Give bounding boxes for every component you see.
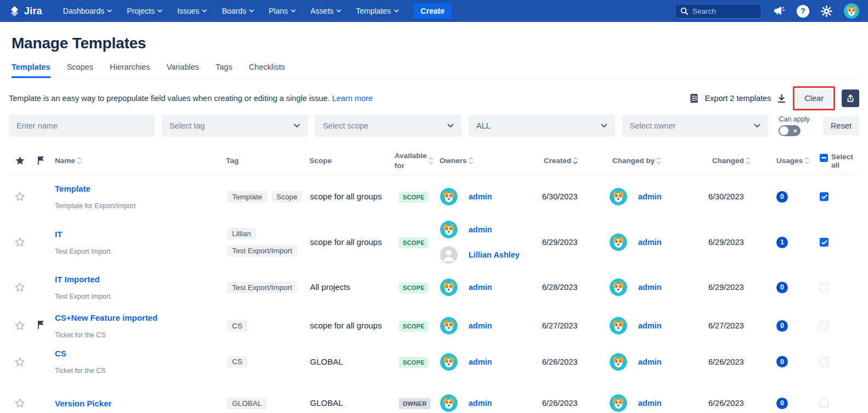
- nav-item-projects[interactable]: Projects: [127, 7, 162, 15]
- sort-icon: [804, 157, 809, 165]
- person-avatar[interactable]: [440, 246, 458, 264]
- nav-item-templates[interactable]: Templates: [356, 7, 399, 15]
- select-all-checkbox[interactable]: [820, 154, 828, 162]
- nav-search[interactable]: [675, 4, 762, 19]
- dog-avatar[interactable]: [440, 353, 458, 371]
- user-avatar[interactable]: [844, 3, 859, 19]
- tab-checklists[interactable]: Checklists: [249, 63, 285, 78]
- tab-tags[interactable]: Tags: [216, 63, 233, 78]
- changed-by-link[interactable]: admin: [638, 358, 662, 366]
- header-changed-by[interactable]: Changed by: [608, 156, 708, 166]
- owner-link[interactable]: admin: [469, 358, 492, 366]
- changed-by-link[interactable]: admin: [638, 321, 662, 330]
- dog-avatar[interactable]: [610, 317, 627, 334]
- template-name-link[interactable]: Template: [55, 184, 217, 193]
- template-name-link[interactable]: CS+New Feature imported: [55, 313, 217, 322]
- changed-by-link[interactable]: admin: [638, 238, 662, 247]
- dog-avatar[interactable]: [610, 278, 627, 296]
- changed-by-link[interactable]: admin: [638, 399, 662, 408]
- nav-item-assets[interactable]: Assets: [311, 7, 341, 15]
- export-download-button[interactable]: [777, 94, 786, 103]
- search-input[interactable]: [692, 7, 753, 15]
- changed-by-link[interactable]: admin: [638, 283, 662, 292]
- dog-avatar[interactable]: [610, 233, 627, 251]
- owner-link[interactable]: admin: [469, 321, 492, 330]
- favorite-star-button[interactable]: [14, 398, 25, 409]
- row-checkbox[interactable]: [820, 321, 828, 330]
- row-checkbox[interactable]: [820, 399, 828, 408]
- owner-link[interactable]: admin: [469, 192, 492, 201]
- export-document-icon: [690, 93, 698, 103]
- owner-link[interactable]: admin: [469, 283, 492, 292]
- changed-by-link[interactable]: admin: [638, 192, 662, 201]
- announcements-button[interactable]: [773, 5, 785, 16]
- row-created-cell: 6/30/2023: [539, 192, 608, 202]
- template-name-link[interactable]: IT: [55, 230, 217, 239]
- favorite-star-button[interactable]: [14, 191, 25, 202]
- tab-hierarchies[interactable]: Hierarchies: [110, 63, 150, 78]
- reset-button[interactable]: Reset: [823, 116, 859, 135]
- scope-filter-select[interactable]: Select scope: [315, 115, 461, 137]
- name-filter-input[interactable]: [16, 121, 147, 130]
- clear-button[interactable]: Clear: [796, 90, 832, 107]
- tab-scopes[interactable]: Scopes: [67, 63, 93, 78]
- favorite-star-button[interactable]: [14, 320, 25, 331]
- nav-menus: Dashboards Projects Issues Boards Plans …: [63, 7, 399, 15]
- template-name-link[interactable]: CS: [55, 349, 217, 358]
- row-checkbox[interactable]: [820, 238, 828, 247]
- dog-avatar[interactable]: [440, 317, 458, 334]
- header-name[interactable]: Name: [50, 156, 222, 166]
- dog-avatar[interactable]: [440, 221, 458, 238]
- header-changed[interactable]: Changed: [708, 156, 772, 166]
- row-checkbox[interactable]: [820, 283, 828, 292]
- template-name-link[interactable]: IT Imported: [55, 275, 217, 284]
- templates-table: Name TagScopeAvailable for Owners Create…: [9, 147, 859, 413]
- type-filter-value: ALL: [476, 121, 491, 130]
- header-available-for[interactable]: Available for: [390, 151, 435, 170]
- export-templates-label: Export 2 templates: [704, 94, 771, 103]
- learn-more-link[interactable]: Learn more: [332, 94, 373, 103]
- settings-button[interactable]: [821, 5, 832, 17]
- owner-link[interactable]: Lillian Ashley: [469, 250, 520, 259]
- owner-link[interactable]: admin: [469, 399, 492, 408]
- header-usages[interactable]: Usages: [772, 156, 819, 166]
- row-name-cell: IT Test Export Import: [50, 230, 222, 255]
- nav-item-plans[interactable]: Plans: [269, 7, 296, 15]
- create-button[interactable]: Create: [414, 3, 452, 19]
- changed-date: 6/26/2023: [708, 399, 744, 408]
- tag-filter-select[interactable]: Select tag: [162, 115, 308, 137]
- owner-link[interactable]: admin: [469, 225, 492, 234]
- nav-item-issues[interactable]: Issues: [177, 7, 207, 15]
- dog-avatar[interactable]: [610, 188, 627, 205]
- favorite-star-button[interactable]: [14, 282, 25, 293]
- template-name-link[interactable]: Version Picker: [55, 399, 217, 408]
- dog-avatar[interactable]: [610, 353, 627, 371]
- row-changed-by-cell: admin: [608, 188, 708, 205]
- dog-avatar[interactable]: [610, 394, 627, 412]
- owner-filter-select[interactable]: Select owner: [622, 115, 769, 137]
- help-button[interactable]: ?: [797, 5, 809, 18]
- share-button[interactable]: [842, 90, 859, 107]
- favorite-star-button[interactable]: [14, 237, 25, 248]
- jira-logo[interactable]: Jira: [9, 5, 42, 17]
- dog-avatar[interactable]: [440, 278, 458, 296]
- favorite-star-button[interactable]: [14, 356, 25, 367]
- nav-item-dashboards[interactable]: Dashboards: [63, 7, 112, 15]
- tab-variables[interactable]: Variables: [166, 63, 199, 78]
- scope-value: scope for all groups: [310, 321, 382, 330]
- row-owners-cell: admin Lillian Ashley: [435, 221, 539, 264]
- header-created[interactable]: Created: [539, 156, 608, 166]
- owner-entry: Lillian Ashley: [440, 246, 535, 264]
- dog-avatar[interactable]: [440, 188, 458, 205]
- header-owners[interactable]: Owners: [435, 156, 539, 166]
- can-apply-toggle[interactable]: ✕: [779, 125, 801, 136]
- row-checkbox[interactable]: [820, 358, 828, 366]
- tab-templates[interactable]: Templates: [12, 63, 50, 78]
- type-filter-select[interactable]: ALL: [469, 115, 615, 137]
- row-owners-cell: admin: [435, 353, 539, 371]
- created-date: 6/29/2023: [542, 238, 578, 247]
- changed-date: 6/30/2023: [708, 192, 744, 201]
- nav-item-boards[interactable]: Boards: [222, 7, 253, 15]
- dog-avatar[interactable]: [440, 394, 458, 412]
- row-checkbox[interactable]: [820, 192, 828, 201]
